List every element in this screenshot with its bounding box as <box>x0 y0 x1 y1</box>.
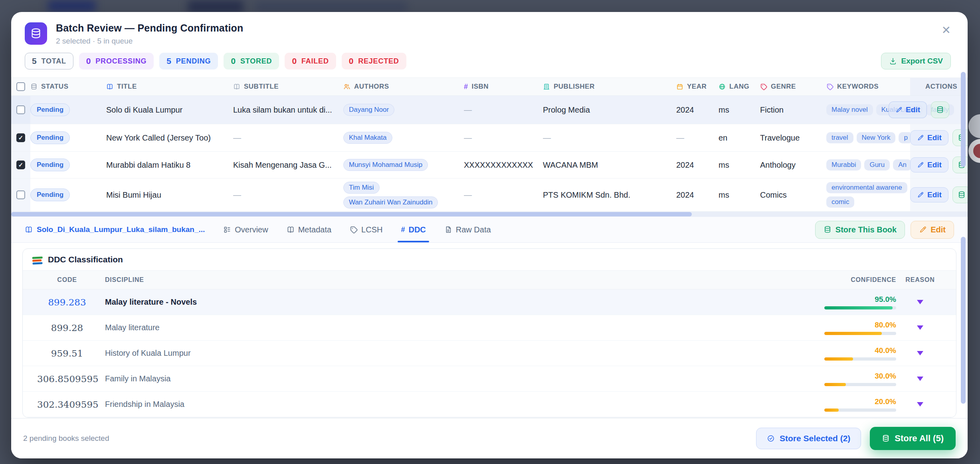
store-row-button[interactable] <box>952 186 968 203</box>
book-icon <box>287 226 295 234</box>
vertical-scrollbar-thumb[interactable] <box>961 72 966 167</box>
backdrop-blur-shape <box>188 0 244 14</box>
year-cell: 2024 <box>676 161 719 170</box>
isbn-cell: — <box>464 190 543 200</box>
keyword-chip: Murabbi <box>826 159 861 171</box>
table-row[interactable]: Pending Murabbi dalam Hatiku 8 Kisah Men… <box>11 152 968 178</box>
row-checkbox[interactable] <box>16 105 25 114</box>
publisher-cell: PTS KOMIKM Sdn. Bhd. <box>543 190 676 200</box>
table-row[interactable]: Pending Solo di Kuala Lumpur Luka silam … <box>11 96 968 124</box>
tab-metadata[interactable]: Metadata <box>287 217 331 242</box>
ddc-row[interactable]: 302.3409595 Friendship in Malaysia 20.0% <box>23 392 956 417</box>
edit-row-button[interactable]: Edit <box>889 101 927 118</box>
tab-overview[interactable]: Overview <box>223 217 268 242</box>
chevron-down-icon[interactable] <box>917 351 923 355</box>
download-icon <box>889 57 897 65</box>
year-cell: 2024 <box>676 190 719 200</box>
pencil-icon <box>919 226 927 234</box>
vertical-scrollbar-thumb[interactable] <box>961 237 966 404</box>
globe-icon <box>719 83 726 90</box>
select-all-checkbox[interactable] <box>16 82 25 91</box>
pencil-icon <box>895 106 903 113</box>
chevron-down-icon[interactable] <box>917 325 923 330</box>
building-icon <box>543 83 550 90</box>
edit-row-button[interactable]: Edit <box>910 157 948 173</box>
ddc-row[interactable]: 306.8509595 Family in Malaysia 30.0% <box>23 366 956 392</box>
genre-cell: Comics <box>760 190 826 200</box>
keywords-cell: environmental awarene comic <box>826 180 910 210</box>
stat-pill-pending[interactable]: 5 PENDING <box>159 53 218 69</box>
subtitle-cell: Luka silam bukan untuk di... <box>233 105 343 115</box>
ddc-discipline: Malay literature - Novels <box>105 297 804 307</box>
keyword-chip: Guru <box>864 159 890 171</box>
lang-cell: ms <box>719 190 760 200</box>
col-lang: LANG <box>719 83 760 91</box>
subtitle-cell: Kisah Mengenang Jasa G... <box>233 161 343 170</box>
database-app-icon <box>25 22 47 45</box>
row-checkbox[interactable] <box>16 133 25 142</box>
store-selected-button[interactable]: Store Selected (2) <box>756 428 861 449</box>
stat-pill-stored[interactable]: 0 STORED <box>224 53 279 69</box>
row-checkbox[interactable] <box>16 161 25 169</box>
ddc-row[interactable]: 899.28 Malay literature 80.0% <box>23 315 956 341</box>
books-stack-icon <box>32 254 43 264</box>
stat-pill-processing[interactable]: 0 PROCESSING <box>79 53 154 69</box>
database-icon <box>824 226 832 234</box>
publisher-cell: WACANA MBM <box>543 161 676 170</box>
modal-subtitle: 2 selected · 5 in queue <box>56 37 244 46</box>
grid-icon <box>223 226 231 234</box>
keywords-cell: travel New York p <box>826 132 910 143</box>
stat-pill-total[interactable]: 5 TOTAL <box>25 53 73 69</box>
store-row-button[interactable] <box>931 101 949 118</box>
ddc-row[interactable]: 959.51 History of Kuala Lumpur 40.0% <box>23 341 956 366</box>
ddc-discipline: Family in Malaysia <box>105 374 804 383</box>
chevron-down-icon[interactable] <box>917 300 923 304</box>
modal-title: Batch Review — Pending Confirmation <box>56 22 244 34</box>
selected-book-filename[interactable]: Solo_Di_Kuala_Lumpur_Luka_silam_bukan_..… <box>25 225 205 234</box>
stat-pill-rejected[interactable]: 0 REJECTED <box>342 53 406 69</box>
tab-ddc[interactable]: #DDC <box>401 217 426 242</box>
ddc-code: 959.51 <box>37 348 97 359</box>
keywords-cell: Murabbi Guru An <box>826 159 910 171</box>
horizontal-scrollbar-thumb[interactable] <box>11 212 692 216</box>
col-year: YEAR <box>676 83 719 91</box>
chevron-down-icon[interactable] <box>917 377 923 381</box>
database-icon <box>958 191 966 199</box>
col-genre: GENRE <box>760 83 826 91</box>
export-csv-button[interactable]: Export CSV <box>881 53 951 69</box>
year-cell: — <box>676 133 719 143</box>
close-icon[interactable]: ✕ <box>942 25 951 36</box>
database-icon <box>936 106 944 114</box>
confidence-bar <box>824 306 896 309</box>
tab-raw-data[interactable]: Raw Data <box>444 217 491 242</box>
edit-book-button[interactable]: Edit <box>911 221 954 239</box>
ddc-row[interactable]: 899.283 Malay literature - Novels 95.0% <box>23 290 956 315</box>
author-chip: Khal Makata <box>343 132 392 144</box>
document-icon <box>444 226 452 234</box>
header-text: Batch Review — Pending Confirmation 2 se… <box>56 22 244 46</box>
isbn-cell: — <box>464 105 543 115</box>
calendar-icon <box>676 83 683 90</box>
stat-pill-failed[interactable]: 0 FAILED <box>285 53 336 69</box>
ddc-discipline: History of Kuala Lumpur <box>105 349 804 358</box>
store-all-button[interactable]: Store All (5) <box>870 427 956 450</box>
floating-button-partial[interactable] <box>968 139 980 163</box>
edit-row-button[interactable]: Edit <box>910 187 948 202</box>
book-icon <box>106 83 113 90</box>
store-this-book-button[interactable]: Store This Book <box>815 221 905 239</box>
row-checkbox[interactable] <box>16 190 25 199</box>
year-cell: 2024 <box>676 105 719 115</box>
tab-lcsh[interactable]: LCSH <box>350 217 382 242</box>
keyword-chip: travel <box>826 132 853 143</box>
table-row[interactable]: Pending New York Called (Jersey Too) — K… <box>11 124 968 152</box>
keyword-chip: comic <box>826 196 854 208</box>
floating-button-partial[interactable] <box>968 114 980 138</box>
backdrop-blur-shape <box>48 0 96 12</box>
status-badge: Pending <box>30 103 70 116</box>
keyword-chip: environmental awarene <box>826 182 907 193</box>
table-row[interactable]: Pending Misi Bumi Hijau — Tim Misi Wan Z… <box>11 178 968 212</box>
chevron-down-icon[interactable] <box>917 402 923 406</box>
modal-footer: 2 pending books selected Store Selected … <box>11 418 968 458</box>
edit-row-button[interactable]: Edit <box>910 130 948 145</box>
keyword-chip: An <box>893 159 910 171</box>
